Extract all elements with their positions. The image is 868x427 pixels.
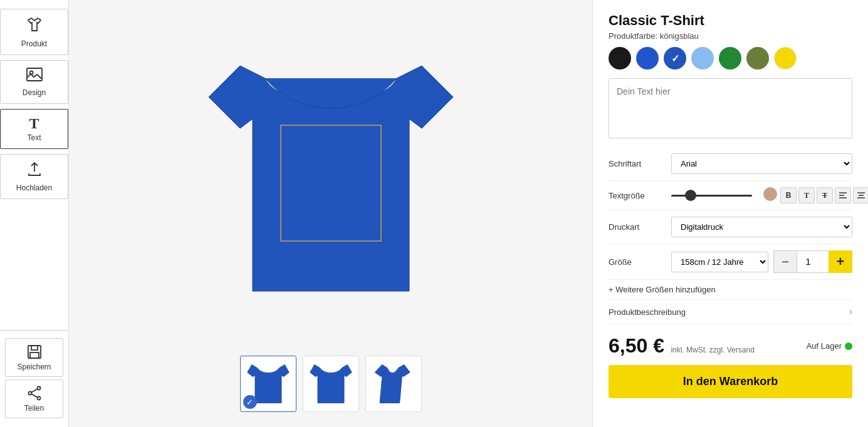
font-label: Schriftart xyxy=(609,159,671,168)
color-swatches xyxy=(609,47,852,69)
color-swatch-blue[interactable] xyxy=(636,47,659,69)
text-format-button2[interactable]: T xyxy=(817,187,833,203)
main-content: ✓ xyxy=(69,0,592,427)
format-buttons: B T T xyxy=(763,187,868,203)
tshirt-icon xyxy=(26,16,43,37)
svg-rect-0 xyxy=(27,68,42,81)
text-input[interactable] xyxy=(609,79,852,135)
color-swatch-black[interactable] xyxy=(609,47,631,69)
size-label: Größe xyxy=(609,257,671,267)
sidebar-item-design-label: Design xyxy=(23,88,46,97)
sidebar-item-speichern[interactable]: Speichern xyxy=(5,338,63,377)
thumbnail-front[interactable]: ✓ xyxy=(240,356,296,412)
sidebar-item-text[interactable]: T Text xyxy=(0,109,68,149)
text-input-area xyxy=(609,78,852,138)
color-swatch-royal-blue[interactable] xyxy=(664,47,686,69)
sidebar-item-hochladen[interactable]: Hochladen xyxy=(0,154,68,199)
right-panel: Classic T-Shirt Produktfarbe: königsblau… xyxy=(592,0,868,427)
price-sub: inkl. MwSt. zzgl. Versand xyxy=(671,346,754,354)
svg-point-5 xyxy=(37,387,40,390)
svg-rect-3 xyxy=(31,346,38,350)
font-select-wrapper: Arial Times New Roman Courier New Verdan… xyxy=(671,153,852,174)
thumbnails-row: ✓ xyxy=(240,356,422,412)
color-swatch-green[interactable] xyxy=(719,47,741,69)
text-icon: T xyxy=(29,116,39,131)
quantity-plus-button[interactable]: + xyxy=(829,250,852,273)
size-select[interactable]: 158cm / 12 Jahre 164cm / 14 Jahre 128cm … xyxy=(671,252,768,272)
print-type-select[interactable]: Digitaldruck Siebdruck Stickerei xyxy=(671,217,852,237)
share-icon xyxy=(26,385,43,404)
align-left-button[interactable] xyxy=(835,187,851,203)
product-image-area xyxy=(159,13,503,351)
slider-row: B T T xyxy=(671,187,868,203)
stock-dot xyxy=(845,342,852,350)
color-swatch-olive[interactable] xyxy=(746,47,769,69)
quantity-minus-button[interactable]: − xyxy=(773,250,797,273)
image-icon xyxy=(26,67,43,86)
sidebar-item-design[interactable]: Design xyxy=(0,60,68,104)
text-size-row: Textgröße B T T xyxy=(609,181,852,210)
save-icon xyxy=(26,344,43,363)
text-size-control: B T T xyxy=(671,187,868,203)
product-description-label: Produktbeschreibung xyxy=(609,307,686,317)
svg-line-9 xyxy=(31,394,37,398)
price-wrapper: 6,50 € inkl. MwSt. zzgl. Versand xyxy=(609,334,755,358)
print-type-label: Druckart xyxy=(609,222,671,232)
text-size-slider[interactable] xyxy=(671,195,752,197)
tshirt-image xyxy=(190,25,472,338)
product-title: Classic T-Shirt xyxy=(609,13,852,29)
add-to-cart-button[interactable]: In den Warenkorb xyxy=(609,365,852,398)
text-color-button[interactable] xyxy=(763,187,777,201)
sidebar-item-produkt-label: Produkt xyxy=(21,39,47,48)
sidebar-item-hochladen-label: Hochladen xyxy=(16,183,52,192)
chevron-right-icon: › xyxy=(849,306,852,317)
text-format-button1[interactable]: T xyxy=(798,187,815,203)
add-sizes-link[interactable]: + Weitere Größen hinzufügen xyxy=(609,280,852,300)
size-quantity-row: Größe 158cm / 12 Jahre 164cm / 14 Jahre … xyxy=(609,244,852,280)
bold-button[interactable]: B xyxy=(780,187,797,203)
upload-icon xyxy=(26,161,43,181)
thumbnail-side[interactable] xyxy=(365,356,422,412)
print-type-row: Druckart Digitaldruck Siebdruck Stickere… xyxy=(609,210,852,244)
product-color-label: Produktfarbe: königsblau xyxy=(609,31,852,41)
font-row: Schriftart Arial Times New Roman Courier… xyxy=(609,147,852,181)
sidebar-item-teilen-label: Teilen xyxy=(24,404,44,413)
sidebar-item-produkt[interactable]: Produkt xyxy=(0,9,68,55)
price-section: 6,50 € inkl. MwSt. zzgl. Versand Auf Lag… xyxy=(609,324,852,363)
thumb-checkmark: ✓ xyxy=(243,395,257,409)
sidebar-item-teilen[interactable]: Teilen xyxy=(5,379,63,418)
color-swatch-light-blue[interactable] xyxy=(691,47,714,69)
svg-line-8 xyxy=(31,389,37,393)
font-select[interactable]: Arial Times New Roman Courier New Verdan… xyxy=(671,153,852,174)
thumbnail-front2[interactable] xyxy=(303,356,359,412)
print-type-control: Digitaldruck Siebdruck Stickerei xyxy=(671,217,852,237)
size-quantity-control: 158cm / 12 Jahre 164cm / 14 Jahre 128cm … xyxy=(671,250,852,273)
product-description-row[interactable]: Produktbeschreibung › xyxy=(609,300,852,324)
sidebar: Produkt Design T Text Hochladen xyxy=(0,0,69,427)
stock-badge: Auf Lager xyxy=(807,341,852,351)
align-center-button[interactable] xyxy=(853,187,868,203)
svg-point-6 xyxy=(28,392,31,395)
text-size-label: Textgröße xyxy=(609,191,671,200)
svg-point-7 xyxy=(37,397,40,400)
sidebar-item-speichern-label: Speichern xyxy=(17,363,51,371)
svg-rect-4 xyxy=(30,352,39,358)
sidebar-item-text-label: Text xyxy=(27,133,41,142)
color-swatch-yellow[interactable] xyxy=(774,47,797,69)
stock-label: Auf Lager xyxy=(807,341,842,351)
price-main: 6,50 € xyxy=(609,334,664,357)
quantity-controls: − + xyxy=(773,250,852,273)
quantity-input[interactable] xyxy=(797,250,829,273)
